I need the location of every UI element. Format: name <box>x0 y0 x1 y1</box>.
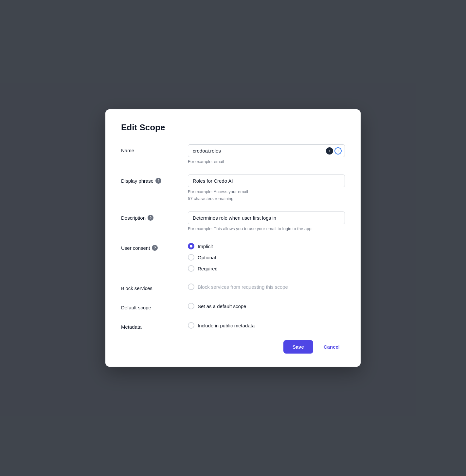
block-services-checkbox[interactable]: Block services from requesting this scop… <box>188 282 345 290</box>
user-consent-label-col: User consent ? <box>121 242 180 251</box>
name-input[interactable] <box>188 144 345 157</box>
description-label: Description ? <box>121 215 180 221</box>
display-phrase-label-col: Display phrase ? <box>121 174 180 184</box>
chevron-button[interactable]: › <box>326 147 333 155</box>
user-consent-control-col: Implicit Optional Required <box>188 242 345 272</box>
metadata-label: Metadata <box>121 324 180 330</box>
default-scope-control-col: Set as a default scope <box>188 302 345 309</box>
radio-required-label: Required <box>198 266 218 271</box>
form-actions: Save Cancel <box>121 340 345 354</box>
display-phrase-help-icon[interactable]: ? <box>155 178 161 184</box>
display-phrase-field-row: Display phrase ? For example: Access you… <box>121 174 345 201</box>
radio-required-circle <box>188 265 194 272</box>
default-scope-label: Default scope <box>121 305 180 310</box>
name-field-row: Name › i For example: email <box>121 144 345 164</box>
display-phrase-hint2: 57 characters remaining <box>188 196 345 201</box>
radio-implicit-label: Implicit <box>198 244 213 249</box>
metadata-field-row: Metadata Include in public metadata <box>121 321 345 330</box>
display-phrase-input[interactable] <box>188 174 345 187</box>
block-services-label-col: Block services <box>121 282 180 291</box>
user-consent-help-icon[interactable]: ? <box>152 245 158 251</box>
edit-scope-modal: Edit Scope Name › i F <box>105 109 361 367</box>
display-phrase-label: Display phrase ? <box>121 178 180 184</box>
default-scope-checkbox[interactable]: Set as a default scope <box>188 302 345 309</box>
default-scope-label-col: Default scope <box>121 302 180 310</box>
metadata-label-col: Metadata <box>121 321 180 330</box>
block-services-checkbox-label: Block services from requesting this scop… <box>198 284 288 290</box>
chevron-icon: › <box>329 148 331 154</box>
description-help-icon[interactable]: ? <box>148 215 153 221</box>
name-label-col: Name <box>121 144 180 153</box>
default-scope-checkbox-label: Set as a default scope <box>198 303 246 309</box>
user-consent-field-row: User consent ? Implicit Optional <box>121 242 345 272</box>
radio-optional-circle <box>188 254 194 261</box>
name-control-col: › i For example: email <box>188 144 345 164</box>
save-button[interactable]: Save <box>283 340 313 354</box>
metadata-checkbox-label: Include in public metadata <box>198 323 255 328</box>
block-services-checkbox-circle <box>188 284 194 290</box>
description-input[interactable] <box>188 211 345 224</box>
metadata-control-col: Include in public metadata <box>188 321 345 329</box>
radio-optional[interactable]: Optional <box>188 254 345 261</box>
radio-implicit[interactable]: Implicit <box>188 243 345 249</box>
radio-required[interactable]: Required <box>188 265 345 272</box>
block-services-control-col: Block services from requesting this scop… <box>188 282 345 290</box>
description-hint: For example: This allows you to use your… <box>188 226 345 231</box>
name-label: Name <box>121 148 180 153</box>
description-control-col: For example: This allows you to use your… <box>188 211 345 231</box>
modal-title: Edit Scope <box>121 122 345 133</box>
default-scope-field-row: Default scope Set as a default scope <box>121 302 345 310</box>
metadata-checkbox-circle <box>188 322 194 329</box>
info-icon: i <box>337 149 338 153</box>
name-input-icons: › i <box>326 147 342 155</box>
description-field-row: Description ? For example: This allows y… <box>121 211 345 231</box>
block-services-label: Block services <box>121 285 180 291</box>
default-scope-checkbox-circle <box>188 303 194 309</box>
block-services-field-row: Block services Block services from reque… <box>121 282 345 291</box>
user-consent-radio-group: Implicit Optional Required <box>188 242 345 272</box>
name-input-wrapper: › i <box>188 144 345 157</box>
radio-optional-label: Optional <box>198 255 216 260</box>
modal-overlay: Edit Scope Name › i F <box>0 0 466 476</box>
display-phrase-control-col: For example: Access your email 57 charac… <box>188 174 345 201</box>
radio-implicit-circle <box>188 243 194 249</box>
display-phrase-hint1: For example: Access your email <box>188 189 345 194</box>
name-hint: For example: email <box>188 159 345 164</box>
description-label-col: Description ? <box>121 211 180 221</box>
user-consent-label: User consent ? <box>121 245 180 251</box>
info-button[interactable]: i <box>334 147 342 155</box>
metadata-checkbox[interactable]: Include in public metadata <box>188 321 345 329</box>
cancel-button[interactable]: Cancel <box>318 340 345 354</box>
